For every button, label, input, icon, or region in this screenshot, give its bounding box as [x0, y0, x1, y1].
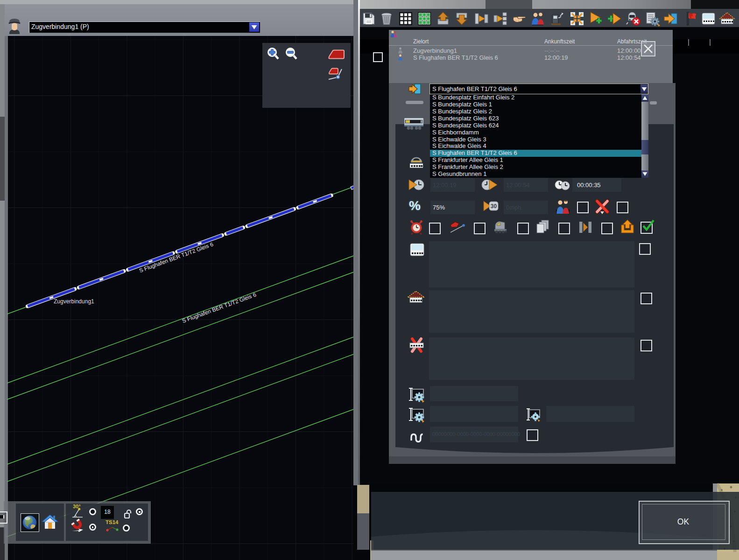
svg-text:30: 30 [491, 203, 497, 210]
